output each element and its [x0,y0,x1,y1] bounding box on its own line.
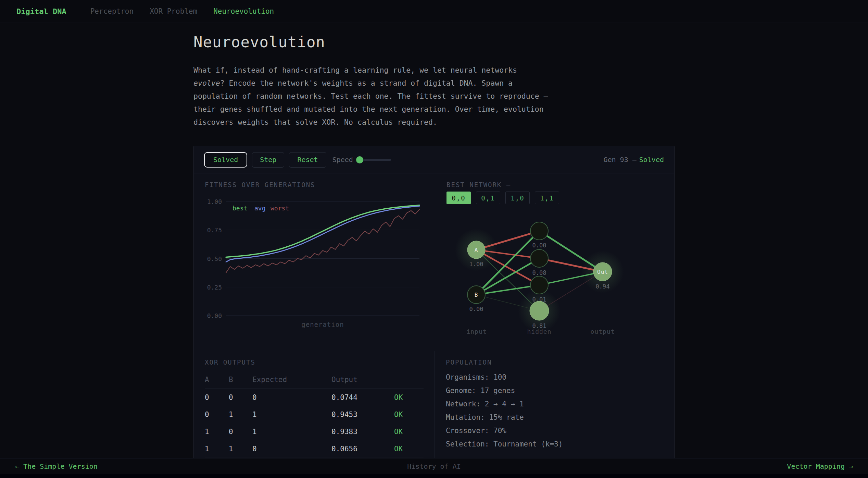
table-row: 0 1 1 0.9453 OK [205,406,424,423]
best-network-section: BEST NETWORK — 0,0 0,1 1,0 1,1 A1.00B0.0… [435,173,675,351]
population-stats: Organisms: 100 Genome: 17 genes Network:… [446,371,663,451]
cell-expected: 0 [252,389,331,406]
edge-H4-Out [539,272,603,311]
node-value-H1: 0.00 [532,242,546,249]
controls-bar: Solved Step Reset Speed Gen 93 —Solved [194,146,674,173]
series-line-worst [226,209,419,273]
cell-status: OK [394,440,424,457]
legend-best: best [232,205,247,212]
nav-item-xor-problem[interactable]: XOR Problem [150,7,197,15]
prev-page-link[interactable]: ← The Simple Version [15,462,98,470]
cell-a: 0 [205,389,229,406]
speed-slider-thumb[interactable] [356,156,363,163]
cell-b: 0 [229,423,252,440]
intro-text-italic: evolve [193,79,220,87]
stat-genome: Genome: 17 genes [446,384,663,397]
page: Digital DNA Perceptron XOR Problem Neuro… [0,0,868,474]
cell-status: OK [394,423,424,440]
chart-ytick-label: 0.50 [207,255,222,262]
network-canvas: A1.00B0.000.000.080.010.81Out0.94inputhi… [446,204,664,341]
simulation-panel: Solved Step Reset Speed Gen 93 —Solved F… [193,146,675,461]
generation-status: Gen 93 —Solved [603,156,664,164]
node-label-B: B [475,292,478,298]
stat-organisms: Organisms: 100 [446,371,663,384]
chart-ytick-label: 0.75 [207,226,222,234]
xor-outputs-section: XOR OUTPUTS A B Expected Output [194,351,435,460]
cell-output: 0.0744 [331,389,394,406]
xor-outputs-table: A B Expected Output 0 0 0 [205,373,424,457]
node-H4 [530,301,549,320]
input-button-0-0[interactable]: 0,0 [446,192,471,204]
node-label-Out: Out [597,269,608,275]
cell-expected: 1 [252,423,331,440]
brand-link[interactable]: Digital DNA [16,7,66,16]
node-value-Out: 0.94 [596,283,610,290]
input-button-1-0[interactable]: 1,0 [505,192,530,204]
intro-paragraph: What if, instead of hand-crafting a lear… [193,64,550,129]
cell-output: 0.9453 [331,406,394,423]
stat-selection: Selection: Tournament (k=3) [446,438,663,451]
chart-xlabel: generation [301,321,344,328]
node-value-A: 1.00 [469,261,483,268]
series-line-best [226,205,419,257]
cell-b: 1 [229,440,252,457]
network-input-selector: 0,0 0,1 1,0 1,1 [446,192,664,204]
next-page-link[interactable]: Vector Mapping → [787,462,853,470]
nav-item-perceptron[interactable]: Perceptron [90,7,134,15]
generation-counter: Gen 93 — [603,156,636,164]
speed-slider[interactable] [357,159,391,161]
node-label-A: A [475,247,478,253]
top-nav: Digital DNA Perceptron XOR Problem Neuro… [0,0,868,23]
cell-expected: 1 [252,406,331,423]
series-line-avg [226,206,419,262]
nav-item-neuroevolution[interactable]: Neuroevolution [213,7,274,15]
intro-text-after: ? Encode the network's weights as a stra… [193,79,548,126]
step-button[interactable]: Step [252,152,284,168]
table-row: 1 0 1 0.9383 OK [205,423,424,440]
cell-b: 1 [229,406,252,423]
col-header-expected: Expected [252,373,331,389]
cell-expected: 0 [252,440,331,457]
node-H3 [530,276,548,294]
table-header-row: A B Expected Output [205,373,424,389]
fitness-chart-section: FITNESS OVER GENERATIONS 1.000.750.500.2… [194,173,435,351]
cell-status: OK [394,389,424,406]
cell-output: 0.0656 [331,440,394,457]
input-button-0-1[interactable]: 0,1 [476,192,500,204]
chart-ytick-label: 0.00 [207,312,222,319]
xor-outputs-title: XOR OUTPUTS [205,358,424,366]
cell-a: 1 [205,423,229,440]
chart-ytick-label: 1.00 [207,198,222,205]
legend-worst: worst [271,205,289,212]
legend-avg: avg [254,205,266,212]
input-button-1-1[interactable]: 1,1 [535,192,559,204]
column-label-output: output [590,328,615,335]
col-header-output: Output [331,373,394,389]
status-badge: Solved [639,156,664,164]
cell-a: 0 [205,406,229,423]
node-value-H2: 0.08 [532,269,546,276]
fitness-chart: 1.000.750.500.250.00bestavgworstgenerati… [205,193,424,330]
cell-b: 0 [229,389,252,406]
cell-a: 1 [205,440,229,457]
node-H2 [530,249,548,267]
footer-site-title: History of AI [407,462,461,470]
fitness-chart-title: FITNESS OVER GENERATIONS [205,181,424,188]
stat-network: Network: 2 → 4 → 1 [446,397,663,411]
column-label-input: input [466,328,487,335]
population-section: POPULATION Organisms: 100 Genome: 17 gen… [435,351,674,460]
stat-mutation: Mutation: 15% rate [446,411,663,424]
solved-button[interactable]: Solved [204,152,247,168]
node-value-B: 0.00 [469,306,483,312]
page-title: Neuroevolution [193,33,675,51]
footer: ← The Simple Version History of AI Vecto… [0,458,868,474]
col-header-a: A [205,373,229,389]
table-row: 1 1 0 0.0656 OK [205,440,424,457]
speed-label: Speed [332,156,353,164]
col-header-status [394,373,424,389]
intro-text-before: What if, instead of hand-crafting a lear… [193,66,517,74]
best-network-heading: BEST NETWORK — [446,181,664,188]
cell-status: OK [394,406,424,423]
reset-button[interactable]: Reset [289,152,326,168]
chart-ytick-label: 0.25 [207,284,222,291]
